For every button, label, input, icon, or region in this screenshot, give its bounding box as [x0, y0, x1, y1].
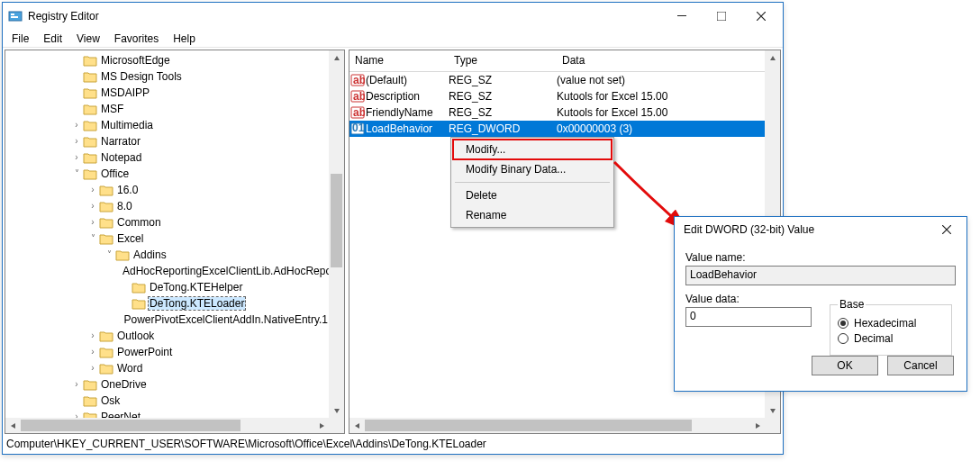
tree-label: Outlook	[116, 330, 155, 342]
value-data-field[interactable]: 0	[685, 307, 812, 327]
tree-node[interactable]: ›PeerNet	[5, 409, 329, 418]
col-name[interactable]: Name	[349, 50, 449, 71]
tree-label: PowerPivotExcelClientAddIn.NativeEntry.1	[122, 313, 329, 326]
folder-icon	[83, 151, 97, 164]
radio-hex[interactable]: Hexadecimal	[838, 317, 944, 330]
menu-help[interactable]: Help	[168, 32, 201, 46]
ctx-rename[interactable]: Rename	[453, 205, 612, 225]
twisty-icon[interactable]: ›	[70, 153, 83, 162]
tree-node[interactable]: MSF	[5, 101, 329, 117]
col-type[interactable]: Type	[449, 50, 557, 71]
tree-node[interactable]: ›Notepad	[5, 149, 329, 166]
minimize-button[interactable]	[662, 4, 702, 29]
ctx-modify-binary[interactable]: Modify Binary Data...	[453, 159, 612, 179]
tree-node[interactable]: ›Narrator	[5, 133, 329, 149]
tree-node[interactable]: MicrosoftEdge	[5, 52, 329, 68]
folder-icon	[132, 281, 146, 294]
close-button[interactable]	[741, 4, 781, 29]
svg-rect-4	[717, 12, 726, 21]
tree-scrollbar-h[interactable]	[5, 418, 329, 433]
context-menu[interactable]: Modify... Modify Binary Data... Delete R…	[450, 137, 614, 228]
col-data[interactable]: Data	[557, 50, 765, 71]
tree-node[interactable]: ›Common	[5, 214, 329, 230]
tree-pane[interactable]: MicrosoftEdgeMS Design ToolsMSDAIPPMSF›M…	[5, 50, 345, 434]
value-type-icon: ab	[349, 73, 366, 87]
ok-button[interactable]: OK	[812, 356, 878, 375]
tree-node[interactable]: DeTong.KTELoader	[5, 295, 329, 312]
scroll-up-icon[interactable]	[329, 50, 344, 66]
twisty-icon[interactable]: ›	[86, 331, 99, 340]
tree-node[interactable]: ›Word	[5, 360, 329, 376]
folder-icon	[99, 346, 113, 358]
twisty-icon[interactable]: ›	[86, 202, 99, 211]
scroll-right-icon[interactable]	[749, 418, 765, 433]
folder-icon	[83, 167, 97, 180]
svg-rect-1	[11, 14, 14, 15]
radio-dec[interactable]: Decimal	[838, 332, 944, 345]
tree-node[interactable]: ˅Office	[5, 166, 329, 182]
tree-label: MSDAIPP	[100, 86, 150, 99]
tree-label: PeerNet	[100, 411, 141, 418]
scroll-right-icon[interactable]	[313, 418, 329, 433]
tree-node[interactable]: Osk	[5, 393, 329, 409]
cell-name: FriendlyName	[366, 106, 449, 119]
menu-favorites[interactable]: Favorites	[109, 32, 164, 46]
menu-edit[interactable]: Edit	[38, 32, 68, 46]
list-header[interactable]: Name Type Data	[349, 50, 765, 72]
tree-node[interactable]: ›Multimedia	[5, 117, 329, 133]
folder-icon	[83, 135, 97, 148]
value-row[interactable]: abDescriptionREG_SZKutools for Excel 15.…	[349, 88, 765, 104]
tree-node[interactable]: ›Outlook	[5, 328, 329, 344]
tree-label: DeTong.KTEHelper	[149, 281, 243, 294]
tree-node[interactable]: DeTong.KTEHelper	[5, 279, 329, 295]
tree-node[interactable]: PowerPivotExcelClientAddIn.NativeEntry.1	[5, 312, 329, 328]
scroll-down-icon[interactable]	[765, 402, 780, 418]
tree-node[interactable]: ›16.0	[5, 182, 329, 198]
dialog-close-button[interactable]	[929, 218, 965, 241]
maximize-button[interactable]	[702, 4, 741, 29]
folder-icon	[99, 200, 113, 212]
tree-label: Word	[116, 362, 143, 375]
twisty-icon[interactable]: ›	[70, 380, 83, 389]
tree-node[interactable]: ˅Addins	[5, 247, 329, 263]
scroll-up-icon[interactable]	[765, 50, 780, 66]
tree-node[interactable]: ›PowerPoint	[5, 344, 329, 360]
value-name-field: LoadBehavior	[685, 266, 956, 285]
value-type-icon: ab	[349, 105, 366, 120]
menu-view[interactable]: View	[71, 32, 105, 46]
scroll-down-icon[interactable]	[329, 402, 344, 418]
titlebar[interactable]: Registry Editor	[3, 3, 783, 30]
tree-node[interactable]: MSDAIPP	[5, 85, 329, 101]
tree-node[interactable]: ˅Excel	[5, 230, 329, 247]
radio-dec-label: Decimal	[854, 332, 893, 345]
twisty-icon[interactable]: ›	[86, 185, 99, 194]
list-scrollbar-h[interactable]	[349, 418, 765, 433]
tree-node[interactable]: ›OneDrive	[5, 376, 329, 393]
ctx-modify[interactable]: Modify...	[453, 140, 612, 159]
tree-node[interactable]: ›8.0	[5, 198, 329, 214]
menu-file[interactable]: File	[6, 32, 34, 46]
cancel-button[interactable]: Cancel	[887, 356, 954, 375]
twisty-icon[interactable]: ›	[70, 137, 83, 146]
cell-data: Kutools for Excel 15.00	[557, 90, 667, 103]
twisty-icon[interactable]: ›	[70, 121, 83, 130]
value-row[interactable]: 0110LoadBehaviorREG_DWORD0x00000003 (3)	[349, 121, 765, 137]
twisty-icon[interactable]: ˅	[70, 169, 83, 178]
tree-node[interactable]: MS Design Tools	[5, 68, 329, 85]
twisty-icon[interactable]: ›	[86, 364, 99, 373]
value-row[interactable]: ab(Default)REG_SZ(value not set)	[349, 72, 765, 88]
ctx-delete[interactable]: Delete	[453, 185, 612, 205]
tree-scrollbar-v[interactable]	[329, 50, 344, 418]
scroll-left-icon[interactable]	[349, 418, 365, 433]
tree-node[interactable]: AdHocReportingExcelClientLib.AdHocReport…	[5, 263, 329, 279]
value-row[interactable]: abFriendlyNameREG_SZKutools for Excel 15…	[349, 104, 765, 121]
twisty-icon[interactable]: ˅	[86, 234, 99, 243]
twisty-icon[interactable]: ˅	[103, 250, 115, 259]
twisty-icon[interactable]: ›	[86, 348, 99, 357]
dialog-titlebar[interactable]: Edit DWORD (32-bit) Value	[675, 217, 966, 242]
folder-icon	[83, 54, 97, 67]
scroll-left-icon[interactable]	[5, 418, 21, 433]
twisty-icon[interactable]: ›	[86, 218, 99, 227]
tree-label: Excel	[116, 232, 144, 245]
menubar[interactable]: File Edit View Favorites Help	[3, 30, 783, 48]
